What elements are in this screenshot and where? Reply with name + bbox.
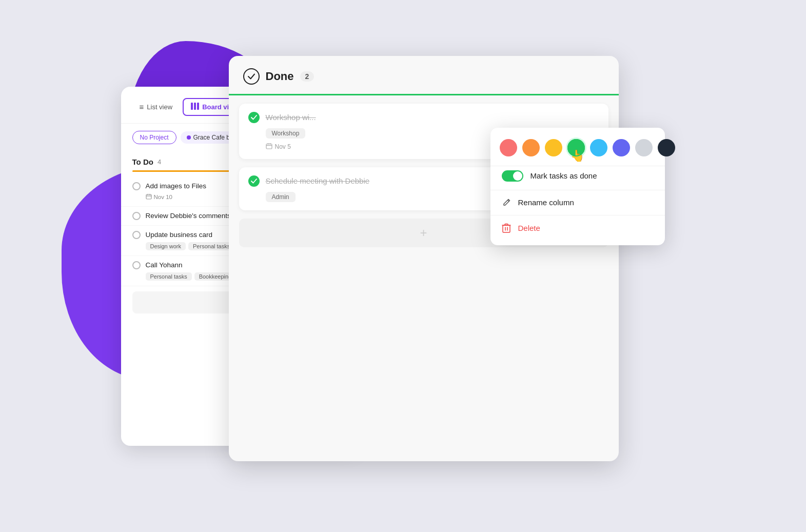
delete-label: Delete [518,224,540,232]
list-view-label: List view [147,103,172,111]
done-check-2 [248,175,260,187]
color-red[interactable] [500,139,517,156]
todo-title-row: To Do 4 [132,157,162,166]
color-yellow[interactable] [545,139,562,156]
tag-personal-1: Personal tasks [188,242,234,250]
tag-design: Design work [146,242,186,250]
color-indigo[interactable] [613,139,630,156]
done-task-text-2: Schedule meeting with Debbie [266,176,370,185]
no-project-filter[interactable]: No Project [132,131,176,144]
svg-rect-2 [197,103,199,110]
svg-rect-0 [191,103,193,110]
mark-done-toggle-row: Mark tasks as done [490,167,665,189]
cal-icon-done-1 [266,143,272,151]
task-tags-4: Personal tasks Bookkeeping [146,272,237,281]
task-text-2: Review Debbie's comments [146,212,231,220]
toggle-thumb [513,171,522,181]
color-green[interactable]: 👆 [567,139,585,156]
done-underline [229,94,619,95]
done-task-tag-1: Workshop [266,128,306,139]
cursor-icon: 👆 [571,149,584,162]
trash-icon [502,223,511,233]
task-text-3: Update business card [146,231,213,239]
task-text-1: Add images to Files [146,182,207,190]
done-title: Done [266,70,294,83]
context-menu: 👆 Mark tasks as done Rename column [490,128,665,245]
color-orange[interactable] [522,139,540,156]
color-black[interactable] [658,139,675,156]
task-tags-3: Design work Personal tasks [146,242,235,250]
done-count: 2 [300,71,314,82]
color-gray[interactable] [635,139,653,156]
task-checkbox-3[interactable] [132,231,141,239]
scene: ≡ List view Board view No Project [121,56,685,477]
done-task-tag-2: Admin [266,192,296,202]
rename-column-item[interactable]: Rename column [490,191,665,214]
mark-done-label: Mark tasks as done [530,171,597,180]
todo-title: To Do [132,157,153,166]
divider-1 [490,166,665,166]
tag-personal-2: Personal tasks [146,272,192,281]
delete-column-item[interactable]: Delete [490,216,665,240]
done-check-1 [248,112,260,123]
task-checkbox-2[interactable] [132,212,141,220]
svg-rect-1 [194,103,196,110]
task-checkbox-1[interactable] [132,182,141,190]
svg-rect-7 [266,144,272,149]
done-task-text-1: Workshop wi... [266,113,316,122]
done-header: Done 2 [229,56,619,94]
grace-dot [187,135,191,140]
divider-2 [490,190,665,190]
board-icon [191,103,199,111]
list-view-tab[interactable]: ≡ List view [132,98,180,116]
color-blue[interactable] [590,139,607,156]
task-text-4: Call Yohann [146,261,183,269]
list-icon: ≡ [140,103,144,111]
no-project-label: No Project [140,134,169,141]
task-checkbox-4[interactable] [132,261,141,269]
svg-rect-3 [146,194,151,199]
done-circle-icon [243,68,260,85]
cal-icon-1 [146,193,152,201]
color-picker-row: 👆 [490,137,665,165]
divider-3 [490,215,665,215]
task-date-1: Nov 10 [146,193,172,201]
svg-rect-11 [503,225,510,232]
front-card: Done 2 Workshop wi... Workshop [229,56,619,461]
rename-label: Rename column [518,198,574,207]
mark-done-toggle[interactable] [502,170,523,182]
todo-count: 4 [158,158,161,166]
pencil-icon [502,198,511,207]
